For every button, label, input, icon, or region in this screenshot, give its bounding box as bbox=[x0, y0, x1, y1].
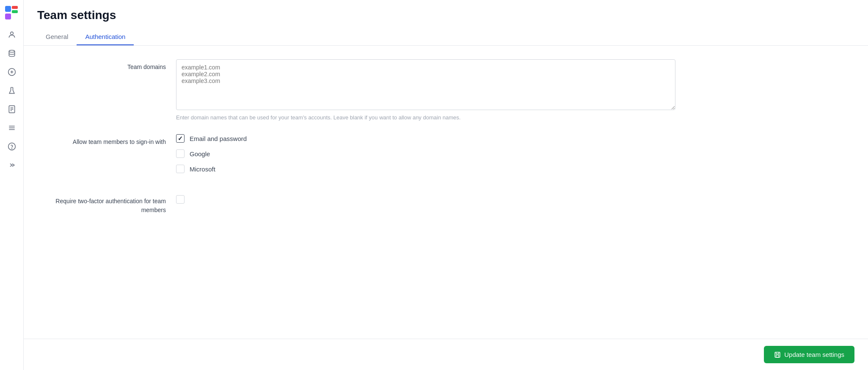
flask-icon[interactable] bbox=[4, 83, 19, 98]
tab-authentication[interactable]: Authentication bbox=[77, 29, 134, 45]
team-domains-row: Team domains Enter domain names that can… bbox=[41, 59, 851, 121]
sign-in-options: Email and password Google Microsoft bbox=[176, 134, 851, 180]
svg-rect-0 bbox=[5, 6, 11, 12]
plus-icon[interactable] bbox=[4, 64, 19, 80]
document-icon[interactable] bbox=[4, 102, 19, 117]
team-domains-label: Team domains bbox=[41, 59, 176, 72]
user-icon[interactable] bbox=[4, 27, 19, 42]
help-icon[interactable] bbox=[4, 139, 19, 154]
two-factor-row: Require two-factor authentication for te… bbox=[41, 193, 851, 215]
svg-rect-2 bbox=[12, 10, 18, 13]
google-label: Google bbox=[190, 150, 210, 157]
svg-point-4 bbox=[10, 32, 13, 35]
microsoft-option: Microsoft bbox=[176, 165, 851, 173]
app-logo[interactable] bbox=[4, 5, 19, 20]
two-factor-checkbox[interactable] bbox=[176, 195, 185, 204]
microsoft-label: Microsoft bbox=[190, 166, 215, 173]
email-password-checkbox[interactable] bbox=[176, 134, 185, 143]
team-domains-control: Enter domain names that can be used for … bbox=[176, 59, 851, 121]
tab-general[interactable]: General bbox=[37, 29, 77, 45]
google-checkbox[interactable] bbox=[176, 149, 185, 158]
content-area: Team domains Enter domain names that can… bbox=[24, 46, 868, 339]
google-option: Google bbox=[176, 149, 851, 158]
page-header: Team settings General Authentication bbox=[24, 0, 868, 46]
email-password-option: Email and password bbox=[176, 134, 851, 143]
microsoft-checkbox[interactable] bbox=[176, 165, 185, 173]
two-factor-label: Require two-factor authentication for te… bbox=[41, 193, 176, 215]
sidebar bbox=[0, 0, 24, 370]
tabs: General Authentication bbox=[37, 29, 854, 45]
svg-point-17 bbox=[11, 149, 12, 149]
update-button-label: Update team settings bbox=[784, 351, 844, 358]
svg-point-5 bbox=[9, 50, 14, 52]
save-icon bbox=[774, 351, 781, 358]
page-title: Team settings bbox=[37, 8, 854, 22]
update-team-settings-button[interactable]: Update team settings bbox=[764, 346, 854, 363]
sign-in-row: Allow team members to sign-in with Email… bbox=[41, 134, 851, 180]
svg-rect-3 bbox=[5, 14, 11, 19]
svg-rect-1 bbox=[12, 6, 18, 9]
two-factor-control bbox=[176, 193, 851, 204]
database-icon[interactable] bbox=[4, 46, 19, 61]
page-footer: Update team settings bbox=[24, 339, 868, 370]
menu-icon[interactable] bbox=[4, 120, 19, 135]
expand-icon[interactable] bbox=[4, 157, 19, 173]
sign-in-label: Allow team members to sign-in with bbox=[41, 134, 176, 146]
email-password-label: Email and password bbox=[190, 135, 247, 142]
main-content: Team settings General Authentication Tea… bbox=[24, 0, 868, 370]
team-domains-hint: Enter domain names that can be used for … bbox=[176, 114, 851, 121]
team-domains-input[interactable] bbox=[176, 59, 675, 110]
